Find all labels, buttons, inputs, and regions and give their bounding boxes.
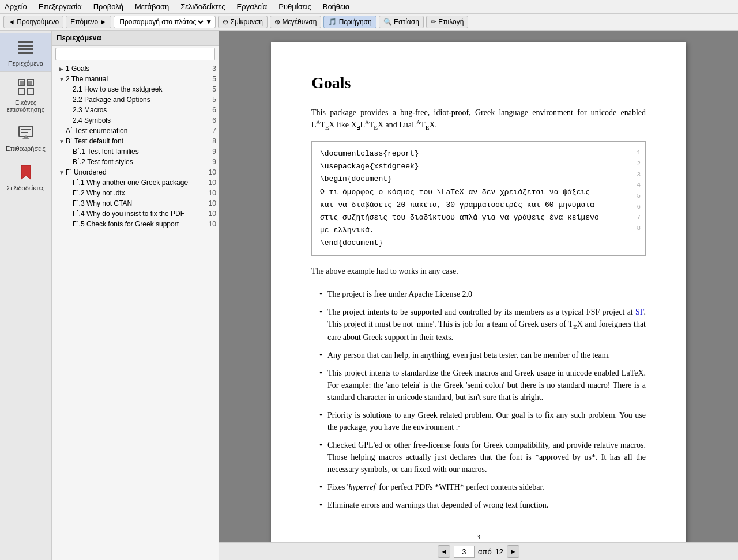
tree-label-G-4: Γ΄.4 Why do you insist to fix the PDF <box>73 210 184 218</box>
tree-item-G-1[interactable]: Γ΄.1 Why another one Greek package 10 <box>52 177 219 188</box>
tree-item-1[interactable]: ▶ 1 Goals 3 <box>52 63 219 74</box>
tree-label-2-3: 2.3 Macros <box>73 106 107 114</box>
tree-page-2: 5 <box>205 75 216 83</box>
menu-bookmarks[interactable]: Σελιδοδείκτες <box>178 1 227 12</box>
shrink-button[interactable]: ⊖ Σμίκρυνση <box>218 16 268 28</box>
tree-item-G-3[interactable]: Γ΄.3 Why not CTAN 10 <box>52 198 219 209</box>
tree-label-G-5: Γ΄.5 Check fonts for Greek support <box>73 220 179 228</box>
select-button[interactable]: ✏ Επιλογή <box>426 16 468 28</box>
sidebar-item-review[interactable]: Επιθεωρήσεις <box>0 118 51 157</box>
prev-button[interactable]: ◄ Προηγούμενο <box>3 16 63 28</box>
menu-help[interactable]: Βοήθεια <box>321 1 352 12</box>
tree-item-2-1[interactable]: 2.1 How to use the xstdgreek 5 <box>52 84 219 94</box>
svg-marker-14 <box>21 165 31 179</box>
tree-page-2-3: 6 <box>205 106 216 114</box>
bookmarks-icon <box>16 162 36 183</box>
contents-tree: ▶ 1 Goals 3 ▼ 2 The manual 5 2.1 How to … <box>52 63 219 560</box>
sf-link[interactable]: SF <box>635 308 643 316</box>
code-line-8: \end{document} <box>320 237 637 249</box>
icon-sidebar: Περιεχόμενα Εικόνες επισκόπησης <box>0 31 52 560</box>
total-pages: 12 <box>495 547 503 556</box>
tree-item-2-4[interactable]: 2.4 Symbols 6 <box>52 115 219 126</box>
focus-button[interactable]: 🔍 Εστίαση <box>379 16 424 28</box>
tree-page-B-2: 9 <box>205 158 216 166</box>
sidebar-item-contents[interactable]: Περιεχόμενα <box>0 33 51 72</box>
code-line-1: \documentclass{report} <box>320 147 637 160</box>
pdf-scroll[interactable]: Goals This package provides a bug-free, … <box>219 31 738 542</box>
next-button[interactable]: Επόμενο ► <box>66 16 111 28</box>
tree-page-G-5: 10 <box>205 220 216 228</box>
line-num-1: 1 <box>637 147 641 158</box>
menu-file[interactable]: Αρχείο <box>2 1 29 12</box>
tree-page-G-2: 10 <box>205 189 216 197</box>
menu-navigate[interactable]: Μετάβαση <box>133 1 171 12</box>
tree-item-B[interactable]: ▼ Β΄ Test default font 8 <box>52 136 219 146</box>
tree-label-G-1: Γ΄.1 Why another one Greek package <box>73 179 188 187</box>
menu-view[interactable]: Προβολή <box>91 1 126 12</box>
tree-page-G-1: 10 <box>205 179 216 187</box>
tree-item-2-3[interactable]: 2.3 Macros 6 <box>52 105 219 115</box>
page-separator: από <box>478 547 492 556</box>
svg-rect-6 <box>18 88 25 94</box>
tree-item-G-5[interactable]: Γ΄.5 Check fonts for Greek support 10 <box>52 219 219 229</box>
tree-label-2-1: 2.1 How to use the xstdgreek <box>73 85 162 93</box>
svg-rect-3 <box>18 52 33 54</box>
tree-item-A[interactable]: Α΄ Test enumeration 7 <box>52 126 219 136</box>
contents-header: Περιεχόμενα <box>52 31 219 46</box>
tree-page-G: 10 <box>205 168 216 176</box>
enlarge-button[interactable]: ⊕ Μεγέθυνση <box>270 16 321 28</box>
line-num-6: 6 <box>637 202 641 213</box>
bullet-8: Eliminate errors and warnings that depen… <box>317 496 646 514</box>
svg-rect-8 <box>20 81 24 85</box>
pdf-area: Goals This package provides a bug-free, … <box>219 31 738 560</box>
tree-label-B-1: Β΄.1 Test font families <box>73 147 139 156</box>
tree-page-2-1: 5 <box>205 85 216 93</box>
code-line-7: με ελληνικά. <box>320 224 637 237</box>
toggle-icon-2: ▼ <box>59 76 66 82</box>
tree-item-B-2[interactable]: Β΄.2 Test font styles 9 <box>52 157 219 167</box>
tree-page-B: 8 <box>205 137 216 145</box>
tree-label-B: Β΄ Test default font <box>66 137 123 145</box>
sidebar-item-review-label: Επιθεωρήσεις <box>6 145 46 152</box>
main-layout: Περιεχόμενα Εικόνες επισκόπησης <box>0 31 738 560</box>
tree-item-G[interactable]: ▼ Γ΄ Unordered 10 <box>52 167 219 177</box>
page-number-input[interactable] <box>454 546 475 558</box>
toggle-icon-B: ▼ <box>59 138 66 145</box>
browse-button[interactable]: 🎵 Περιήγηση <box>323 16 376 28</box>
line-num-7: 7 <box>637 212 641 223</box>
next-page-button[interactable]: ► <box>507 545 519 558</box>
zoom-select[interactable]: Προσαρμογή στο πλάτος <box>117 17 205 27</box>
zoom-select-wrapper[interactable]: Προσαρμογή στο πλάτος ▼ <box>114 16 216 28</box>
tree-page-G-4: 10 <box>205 210 216 218</box>
tree-item-G-4[interactable]: Γ΄.4 Why do you insist to fix the PDF 10 <box>52 209 219 219</box>
sidebar-item-bookmarks-label: Σελιδοδείκτες <box>7 184 44 191</box>
thumbnails-icon <box>16 77 36 97</box>
bullet-1: The project is free under Apache License… <box>317 285 646 303</box>
bullet-7: Fixes 'hyperref' for perfect PDFs *WITH*… <box>317 478 646 496</box>
line-num-2: 2 <box>637 158 641 169</box>
sidebar-item-contents-label: Περιεχόμενα <box>8 60 43 67</box>
tree-item-2[interactable]: ▼ 2 The manual 5 <box>52 74 219 84</box>
menu-settings[interactable]: Ρυθμίσεις <box>276 1 313 12</box>
tree-item-B-1[interactable]: Β΄.1 Test font families 9 <box>52 146 219 157</box>
prev-page-button[interactable]: ◄ <box>438 545 450 558</box>
code-line-4: Ω τι όμορφος ο κόσμος του \LaTeX αν δεν … <box>320 186 637 199</box>
contents-search <box>52 46 219 63</box>
sidebar-item-thumbnails[interactable]: Εικόνες επισκόπησης <box>0 72 51 118</box>
code-line-5: και να διαβάσεις 20 πακέτα, 30 γραμματοσ… <box>320 199 637 211</box>
menu-edit[interactable]: Επεξεργασία <box>36 1 84 12</box>
search-input[interactable] <box>55 48 215 60</box>
bullet-6: Checked GPL'ed or other free-license fon… <box>317 436 646 478</box>
menu-tools[interactable]: Εργαλεία <box>235 1 270 12</box>
tree-page-2-2: 5 <box>205 96 216 104</box>
bottom-nav: ◄ από 12 ► <box>219 542 738 560</box>
code-line-3: \begin{document} <box>320 173 637 186</box>
tree-label-1: 1 Goals <box>66 65 89 73</box>
tree-page-A: 7 <box>205 127 216 135</box>
bullet-5: Priority is solutions to any Greek relat… <box>317 406 646 436</box>
tree-item-2-2[interactable]: 2.2 Package and Options 5 <box>52 94 219 105</box>
svg-rect-1 <box>18 45 33 47</box>
toggle-icon-1: ▶ <box>59 66 66 72</box>
sidebar-item-bookmarks[interactable]: Σελιδοδείκτες <box>0 157 51 196</box>
tree-item-G-2[interactable]: Γ΄.2 Why not .dtx 10 <box>52 188 219 198</box>
